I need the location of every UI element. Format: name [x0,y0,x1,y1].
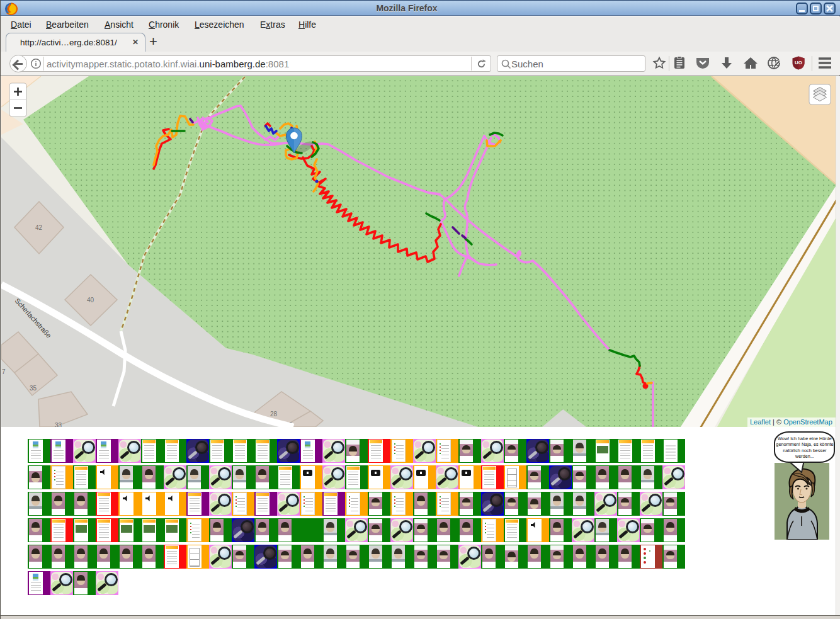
svg-text:40: 40 [87,297,94,304]
svg-text:7: 7 [2,368,6,375]
svg-text:Leaflet | © OpenStreetMap: Leaflet | © OpenStreetMap [750,418,832,426]
svg-text:35: 35 [30,385,37,392]
svg-text:UO: UO [795,60,802,65]
svg-text:33: 33 [55,422,62,427]
svg-text:42: 42 [35,224,43,231]
svg-text:28: 28 [270,411,278,417]
